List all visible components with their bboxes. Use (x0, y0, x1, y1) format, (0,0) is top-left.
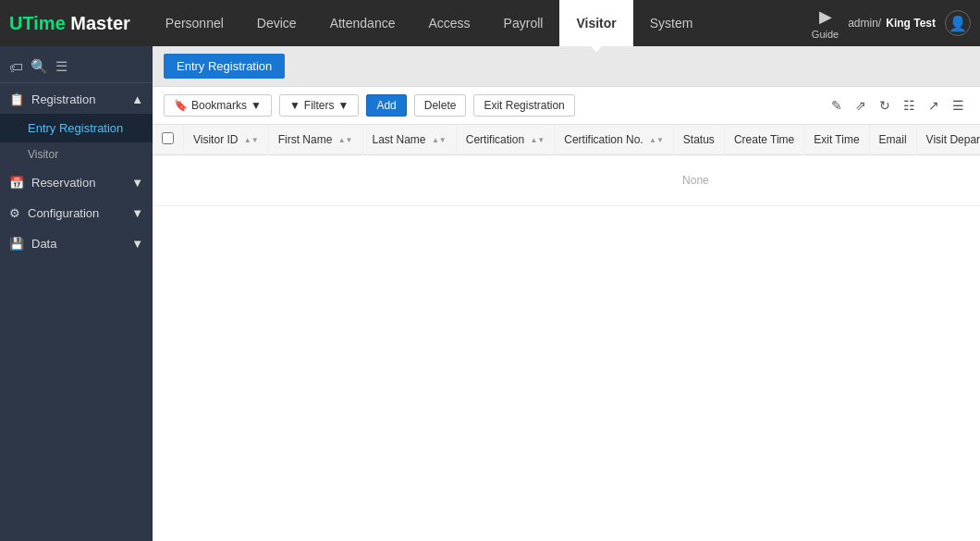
delete-button[interactable]: Delete (414, 94, 467, 117)
sidebar-section-data: 💾 Data ▼ (0, 227, 153, 258)
empty-row: None (153, 155, 980, 206)
user-avatar[interactable]: 👤 (945, 10, 971, 36)
top-navigation: UTime Master Personnel Device Attendance… (0, 0, 980, 46)
sidebar: 🏷 🔍 ☰ 📋 Registration ▲ Entry Registratio… (0, 46, 153, 541)
toolbar: 🔖 Bookmarks ▼ ▼ Filters ▼ Add Delete Exi… (153, 87, 980, 125)
data-section-icon: 💾 (9, 237, 24, 251)
col-certification: Certification ▲▼ (456, 125, 555, 155)
sort-icon-certification[interactable]: ▲▼ (530, 137, 545, 144)
bookmark-icon: 🔖 (174, 99, 188, 112)
bookmarks-dropdown-icon: ▼ (251, 99, 262, 112)
entry-registration-tab-button[interactable]: Entry Registration (164, 54, 285, 79)
sidebar-header-configuration[interactable]: ⚙ Configuration ▼ (0, 197, 153, 227)
export-icon-btn[interactable]: ↗ (924, 95, 944, 116)
checkbox-header[interactable] (153, 125, 184, 155)
chevron-down-icon-data: ▼ (131, 237, 143, 251)
registration-section-icon: 📋 (9, 92, 24, 106)
username: King Test (886, 17, 936, 30)
chevron-down-icon-reservation: ▼ (131, 176, 143, 190)
registration-label: Registration (31, 92, 95, 106)
nav-payroll[interactable]: Payroll (487, 0, 560, 46)
col-status: Status (673, 125, 724, 155)
settings-icon-btn[interactable]: ☰ (948, 95, 969, 116)
guide-icon: ▶ (819, 6, 832, 27)
col-visit-department: Visit Department (916, 125, 980, 155)
nav-device[interactable]: Device (240, 0, 313, 46)
sort-icon-certification-no[interactable]: ▲▼ (649, 137, 664, 144)
data-label: Data (31, 237, 56, 251)
columns-icon-btn[interactable]: ☷ (899, 95, 920, 116)
reservation-section-icon: 📅 (9, 176, 24, 190)
sidebar-section-reservation: 📅 Reservation ▼ (0, 166, 153, 197)
sidebar-item-entry-registration[interactable]: Entry Registration (0, 114, 153, 142)
sub-header: Entry Registration (153, 46, 980, 87)
tag-icon[interactable]: 🏷 (9, 59, 23, 75)
sidebar-top-icons: 🏷 🔍 ☰ (0, 51, 153, 83)
table-header-row: Visitor ID ▲▼ First Name ▲▼ Last Name ▲▼ (153, 125, 980, 155)
nav-visitor[interactable]: Visitor (559, 0, 632, 46)
user-prefix: admin/ (848, 17, 881, 30)
filter-icon: ▼ (289, 99, 300, 112)
bookmarks-label: Bookmarks (191, 99, 247, 112)
nav-right: ▶ Guide admin/King Test 👤 (812, 6, 971, 40)
nav-personnel[interactable]: Personnel (149, 0, 240, 46)
toolbar-right-icons: ✎ ⇗ ↻ ☷ ↗ ☰ (827, 95, 969, 116)
sidebar-section-configuration: ⚙ Configuration ▼ (0, 197, 153, 227)
main-layout: 🏷 🔍 ☰ 📋 Registration ▲ Entry Registratio… (0, 46, 980, 541)
reservation-label: Reservation (31, 176, 95, 190)
edit-icon-btn[interactable]: ✎ (827, 95, 847, 116)
table-container: Visitor ID ▲▼ First Name ▲▼ Last Name ▲▼ (153, 125, 980, 541)
chevron-up-icon: ▲ (131, 92, 143, 106)
sidebar-header-reservation[interactable]: 📅 Reservation ▼ (0, 166, 153, 197)
col-visitor-id: Visitor ID ▲▼ (184, 125, 269, 155)
guide-label: Guide (812, 29, 839, 40)
data-table: Visitor ID ▲▼ First Name ▲▼ Last Name ▲▼ (153, 125, 980, 206)
nav-items: Personnel Device Attendance Access Payro… (149, 0, 812, 46)
expand-icon-btn[interactable]: ⇗ (851, 95, 871, 116)
nav-system[interactable]: System (633, 0, 710, 46)
filters-dropdown-icon: ▼ (337, 99, 349, 112)
col-email: Email (869, 125, 916, 155)
configuration-label: Configuration (28, 206, 99, 220)
user-info: admin/King Test (848, 17, 936, 30)
sort-icon-visitor-id[interactable]: ▲▼ (244, 137, 259, 144)
bookmarks-button[interactable]: 🔖 Bookmarks ▼ (164, 94, 272, 117)
configuration-section-icon: ⚙ (9, 206, 20, 220)
nav-attendance[interactable]: Attendance (313, 0, 412, 46)
select-all-checkbox[interactable] (162, 132, 174, 144)
app-logo: UTime Master (9, 13, 130, 34)
main-content: Entry Registration 🔖 Bookmarks ▼ ▼ Filte… (153, 46, 980, 541)
guide-button[interactable]: ▶ Guide (812, 6, 839, 40)
nav-access[interactable]: Access (411, 0, 486, 46)
sidebar-header-data[interactable]: 💾 Data ▼ (0, 227, 153, 258)
col-exit-time: Exit Time (804, 125, 869, 155)
sidebar-header-registration[interactable]: 📋 Registration ▲ (0, 83, 153, 114)
sort-icon-last-name[interactable]: ▲▼ (432, 137, 447, 144)
filters-button[interactable]: ▼ Filters ▼ (279, 94, 359, 117)
exit-registration-button[interactable]: Exit Registration (473, 94, 574, 117)
col-certification-no: Certification No. ▲▼ (555, 125, 674, 155)
sidebar-item-visitor[interactable]: Visitor (0, 142, 153, 166)
add-button[interactable]: Add (366, 94, 406, 117)
refresh-icon-btn[interactable]: ↻ (875, 95, 895, 116)
search-icon[interactable]: 🔍 (31, 58, 48, 75)
list-icon[interactable]: ☰ (55, 58, 67, 75)
col-create-time: Create Time (724, 125, 803, 155)
empty-text: None (153, 155, 980, 206)
col-last-name: Last Name ▲▼ (362, 125, 456, 155)
chevron-down-icon-configuration: ▼ (131, 206, 143, 220)
filters-label: Filters (304, 99, 335, 112)
col-first-name: First Name ▲▼ (268, 125, 362, 155)
sidebar-section-registration: 📋 Registration ▲ Entry Registration Visi… (0, 83, 153, 166)
sort-icon-first-name[interactable]: ▲▼ (338, 137, 353, 144)
